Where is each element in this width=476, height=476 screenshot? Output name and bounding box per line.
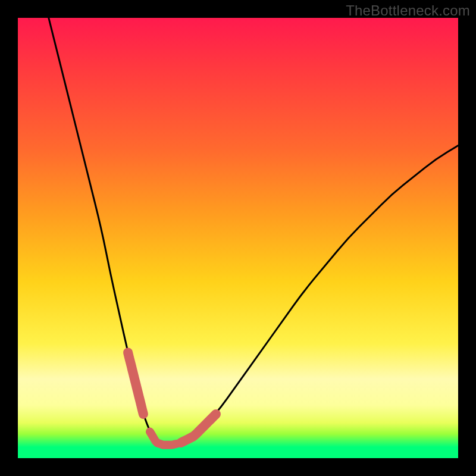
floor-marker-flat	[150, 432, 176, 445]
floor-marker-left	[128, 352, 143, 414]
bottleneck-curve	[49, 18, 458, 445]
curve-layer	[18, 18, 458, 458]
floor-marker-right	[181, 414, 216, 443]
plot-area	[18, 18, 458, 458]
chart-frame: TheBottleneck.com	[0, 0, 476, 476]
floor-markers	[128, 352, 216, 444]
watermark-text: TheBottleneck.com	[346, 2, 470, 19]
